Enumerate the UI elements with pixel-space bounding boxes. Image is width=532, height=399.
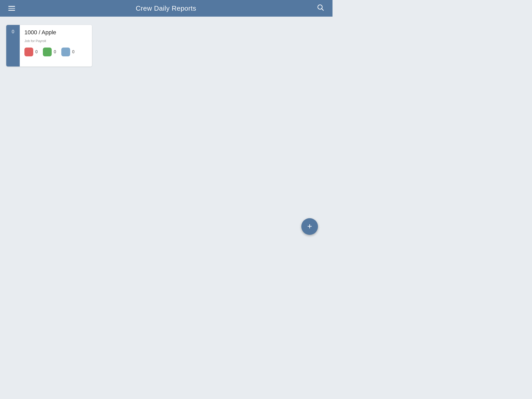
- card-indicators: 0 0 0: [24, 48, 87, 56]
- indicator-green: 0: [43, 48, 56, 56]
- card-body: 1000 / Apple Job for Payroll 0 0 0: [20, 25, 92, 66]
- app-header: Crew Daily Reports: [0, 0, 332, 17]
- svg-line-1: [322, 9, 323, 11]
- card-title: 1000 / Apple: [24, 29, 87, 36]
- page-title: Crew Daily Reports: [136, 4, 196, 12]
- badge-number: 0: [12, 29, 14, 35]
- menu-button[interactable]: [6, 4, 17, 13]
- green-count: 0: [54, 50, 56, 54]
- red-count: 0: [35, 50, 38, 54]
- card-subtitle: Job for Payroll: [24, 39, 87, 43]
- blue-count: 0: [72, 50, 75, 54]
- green-dot: [43, 48, 52, 56]
- card-badge: 0: [6, 25, 20, 66]
- blue-dot: [61, 48, 70, 56]
- search-button[interactable]: [315, 2, 326, 15]
- indicator-blue: 0: [61, 48, 75, 56]
- red-dot: [24, 48, 33, 56]
- report-card[interactable]: 0 1000 / Apple Job for Payroll 0 0 0: [6, 25, 92, 66]
- add-report-button[interactable]: +: [301, 218, 318, 235]
- indicator-red: 0: [24, 48, 38, 56]
- plus-icon: +: [307, 222, 312, 230]
- main-content: 0 1000 / Apple Job for Payroll 0 0 0: [0, 17, 332, 75]
